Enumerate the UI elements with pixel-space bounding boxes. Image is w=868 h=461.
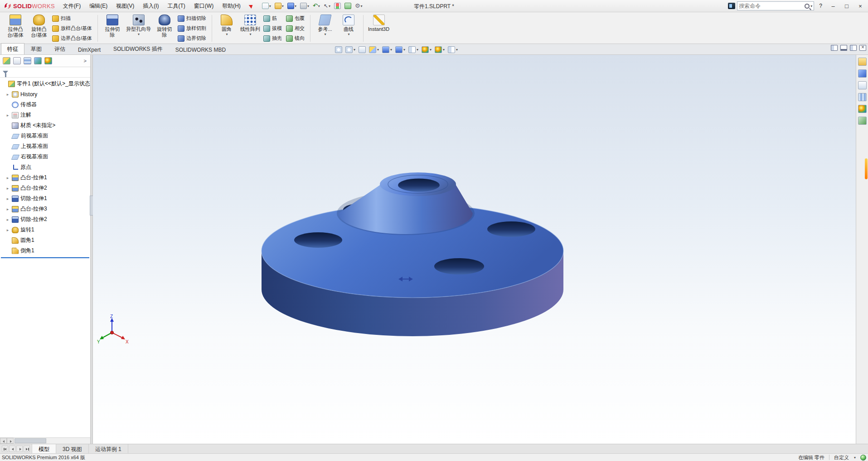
expander-icon[interactable]: ▸ <box>5 186 10 191</box>
appearances-scenes-icon[interactable] <box>858 105 867 113</box>
swept-cut-button[interactable]: 扫描切除 <box>176 15 209 22</box>
tab-dimxpert[interactable]: DimXpert <box>72 44 107 54</box>
print-button[interactable]: ▾ <box>299 2 310 10</box>
extruded-boss-base-button[interactable]: 拉伸凸 台/基体 <box>4 13 27 44</box>
tree-item-boss-extrude3[interactable]: ▸ 凸台-拉伸3 <box>0 204 90 214</box>
expander-icon[interactable]: ▸ <box>5 196 10 201</box>
revolved-cut-button[interactable]: 旋转切 除 <box>153 13 176 44</box>
menu-edit[interactable]: 编辑(E) <box>85 0 112 12</box>
section-view-button[interactable]: ▾ <box>368 46 380 54</box>
scroll-thumb[interactable] <box>15 438 46 443</box>
expander-icon[interactable]: ▸ <box>5 176 10 180</box>
undo-button[interactable]: ↶▾ <box>311 2 321 10</box>
select-button[interactable]: ↖▾ <box>322 2 332 10</box>
tab-addins[interactable]: SOLIDWORKS 插件 <box>107 43 169 54</box>
revolved-boss-base-button[interactable]: 旋转凸 台/基体 <box>27 13 51 44</box>
view-palette-icon[interactable] <box>858 93 867 101</box>
tree-item-sensors[interactable]: 传感器 <box>0 99 90 110</box>
feature-tree-tab-icon[interactable] <box>3 57 10 64</box>
next-tab-icon[interactable] <box>16 446 23 452</box>
split-pane-icon[interactable] <box>831 45 838 51</box>
rib-button[interactable]: 筋 <box>262 15 285 22</box>
expander-icon[interactable]: ▸ <box>5 207 10 211</box>
view-orientation-button[interactable]: ▾ <box>381 46 393 54</box>
save-button[interactable]: ▾ <box>286 2 298 10</box>
lofted-cut-button[interactable]: 放样切割 <box>176 25 209 32</box>
resources-home-icon[interactable] <box>858 58 867 66</box>
expander-icon[interactable]: ▸ <box>5 217 10 222</box>
search-icon[interactable] <box>805 4 810 9</box>
design-library-icon[interactable] <box>858 69 867 78</box>
menu-tools[interactable]: 工具(T) <box>164 0 189 12</box>
expander-icon[interactable]: ▸ <box>5 113 10 118</box>
menu-view[interactable]: 视图(V) <box>112 0 138 12</box>
dropdown-icon[interactable]: ▾ <box>854 456 856 460</box>
tab-sketch[interactable]: 草图 <box>24 43 48 54</box>
minimize-pane-icon[interactable] <box>840 45 847 51</box>
close-button[interactable]: × <box>854 1 866 11</box>
collaborate-icon[interactable] <box>728 3 735 9</box>
search-input[interactable] <box>739 3 804 9</box>
view-settings-button[interactable]: ▾ <box>447 46 459 54</box>
instant3d-button[interactable]: Instant3D <box>366 13 391 44</box>
hole-wizard-button[interactable]: 异型孔向导 ▾ <box>124 13 153 44</box>
tree-item-front-plane[interactable]: 前视基准面 <box>0 131 90 141</box>
bolt-hole[interactable] <box>434 258 484 275</box>
tab-motion-study[interactable]: 运动算例 1 <box>89 444 128 453</box>
expander-icon[interactable]: ▸ <box>5 228 10 232</box>
tab-mbd[interactable]: SOLIDWORKS MBD <box>169 44 232 54</box>
edit-appearance-button[interactable]: ▾ <box>421 46 432 54</box>
previous-tab-icon[interactable] <box>9 446 15 452</box>
intersect-button[interactable]: 相交 <box>285 25 307 32</box>
curves-button[interactable]: 曲线 ▾ <box>337 13 360 44</box>
configuration-manager-tab-icon[interactable] <box>24 57 31 64</box>
tree-item-material[interactable]: 材质 <未指定> <box>0 120 90 131</box>
fillet-button[interactable]: 圆角 ▾ <box>215 13 238 44</box>
scroll-right-icon[interactable] <box>7 438 14 444</box>
viewport-3d[interactable]: Z Y X <box>93 55 856 444</box>
apply-scene-button[interactable]: ▾ <box>434 46 446 54</box>
status-custom-button[interactable]: 自定义 <box>834 454 849 461</box>
tab-features[interactable]: 特征 <box>1 43 24 54</box>
tree-item-revolve1[interactable]: ▸ 旋转1 <box>0 225 90 235</box>
reference-geometry-button[interactable]: 参考... ▾ <box>313 13 337 44</box>
extruded-cut-button[interactable]: 拉伸切 除 <box>101 13 124 44</box>
tree-item-boss-extrude2[interactable]: ▸ 凸台-拉伸2 <box>0 183 90 193</box>
open-file-button[interactable]: ▾ <box>273 2 285 10</box>
tree-item-right-plane[interactable]: 右视基准面 <box>0 152 90 162</box>
panel-horizontal-scrollbar[interactable] <box>0 437 90 444</box>
property-manager-tab-icon[interactable] <box>13 57 21 64</box>
flange-model[interactable] <box>93 55 856 444</box>
scroll-left-icon[interactable] <box>0 438 7 444</box>
dimxpert-manager-tab-icon[interactable] <box>34 57 42 64</box>
last-tab-icon[interactable] <box>24 446 30 452</box>
bolt-hole[interactable] <box>294 232 342 248</box>
minimize-button[interactable]: – <box>827 1 839 11</box>
tree-filter-bar[interactable] <box>0 67 90 78</box>
expander-icon[interactable]: ▸ <box>5 92 10 97</box>
menu-file[interactable]: 文件(F) <box>59 0 85 12</box>
tree-root-part[interactable]: 零件1 (默认<<默认>_显示状态 <box>0 78 90 89</box>
zoom-area-button[interactable]: ▾ <box>344 46 356 54</box>
mirror-button[interactable]: 镜向 <box>285 34 307 42</box>
tree-item-history[interactable]: ▸ History <box>0 89 90 99</box>
panel-tabs-chevron-icon[interactable]: > <box>83 58 87 64</box>
display-manager-tab-icon[interactable] <box>44 57 52 64</box>
draft-button[interactable]: 拔模 <box>262 25 285 32</box>
rebuild-button[interactable] <box>333 2 342 10</box>
lofted-boss-button[interactable]: 放样凸台/基体 <box>51 25 95 32</box>
center-bore-hole[interactable] <box>398 179 440 192</box>
linear-pattern-button[interactable]: 线性阵列 ▾ <box>238 13 262 44</box>
hide-show-items-button[interactable]: ▾ <box>407 46 419 54</box>
options-button[interactable]: ⚙▾ <box>354 2 364 10</box>
tree-item-boss-extrude1[interactable]: ▸ 凸台-拉伸1 <box>0 172 90 183</box>
custom-properties-icon[interactable] <box>858 117 867 125</box>
tree-item-cut-extrude1[interactable]: ▸ 切除-拉伸1 <box>0 193 90 204</box>
menu-insert[interactable]: 插入(I) <box>139 0 163 12</box>
help-button[interactable]: ? <box>816 2 825 10</box>
swept-boss-button[interactable]: 扫描 <box>51 15 95 22</box>
rollback-bar[interactable] <box>1 257 89 258</box>
menu-window[interactable]: 窗口(W) <box>190 0 218 12</box>
menu-help[interactable]: 帮助(H) <box>218 0 245 12</box>
tree-item-chamfer1[interactable]: 倒角1 <box>0 245 90 256</box>
